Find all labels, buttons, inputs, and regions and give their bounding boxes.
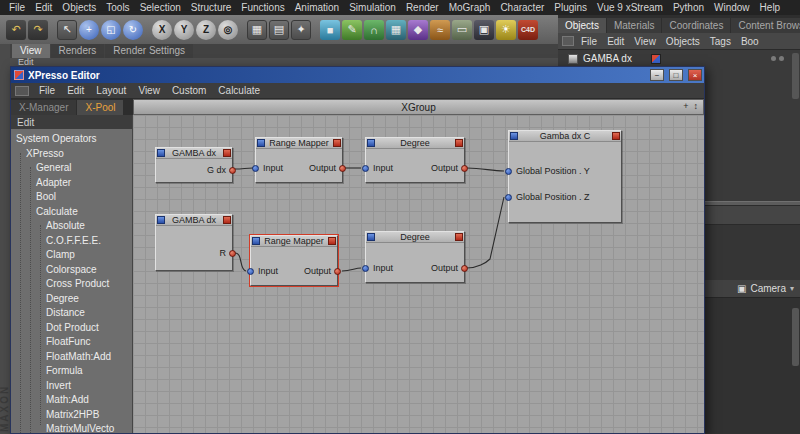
tree-item-calculate[interactable]: Calculate [11,205,132,220]
output-ports-button[interactable] [455,233,463,241]
cinema4d-logo-icon[interactable]: C4D [518,20,538,40]
om-menu-tags[interactable]: Tags [705,36,736,47]
tab-materials[interactable]: Materials [607,18,662,33]
input-ports-button[interactable] [367,139,375,147]
node-range-mapper-bottom[interactable]: Range Mapper Input Output [250,235,338,286]
scale-tool-icon[interactable]: ◱ [101,20,121,40]
node-range-mapper-top[interactable]: Range Mapper Input Output [255,137,343,183]
tree-item-distance[interactable]: Distance [11,306,132,321]
live-selection-icon[interactable]: ↖ [57,20,77,40]
tree-item-colorspace[interactable]: Colorspace [11,263,132,278]
render-visibility-dot[interactable] [779,56,784,61]
add-cube-icon[interactable]: ■ [320,20,340,40]
tree-item-adapter[interactable]: Adapter [11,176,132,191]
tree-item-matrixmulvecto[interactable]: MatrixMulVecto [11,422,132,433]
om-menu-edit[interactable]: Edit [602,36,629,47]
add-light-icon[interactable]: ☀ [496,20,516,40]
redo-icon[interactable]: ↷ [28,20,48,40]
timeline-scrollbar[interactable] [792,308,799,366]
menu-objects[interactable]: Objects [57,2,101,13]
tab-x-manager[interactable]: X-Manager [11,100,76,115]
menu-selection[interactable]: Selection [135,2,186,13]
node-degree-top[interactable]: Degree Input Output [365,137,465,183]
node-gamba-dx-top[interactable]: GAMBA dx G dx [155,147,233,183]
add-spline-icon[interactable]: ✎ [342,20,362,40]
tree-item-xpresso[interactable]: XPresso [11,147,132,162]
menu-vue[interactable]: Vue 9 xStream [592,2,668,13]
xp-menu-view[interactable]: View [132,85,166,96]
add-floor-icon[interactable]: ▭ [452,20,472,40]
tab-x-pool[interactable]: X-Pool [77,100,123,115]
tab-view[interactable]: View [12,44,50,58]
tree-item-system-operators[interactable]: System Operators [11,132,132,147]
menu-window[interactable]: Window [709,2,755,13]
menu-functions[interactable]: Functions [236,2,289,13]
output-ports-button[interactable] [223,149,231,157]
input-ports-button[interactable] [367,233,375,241]
om-menu-bookmarks[interactable]: Boo [736,36,764,47]
input-port-global-position-y[interactable] [505,168,512,175]
node-gamba-dx-c[interactable]: Gamba dx C Global Position . Y Global Po… [508,130,622,223]
tree-item-dot-product[interactable]: Dot Product [11,321,132,336]
tab-coordinates[interactable]: Coordinates [662,18,730,33]
tab-objects[interactable]: Objects [558,18,606,33]
object-row-gamba-dx[interactable]: GAMBA dx [558,50,800,67]
tab-content-browser[interactable]: Content Browser [731,18,800,33]
rotate-tool-icon[interactable]: ↻ [123,20,143,40]
object-list-scrollbar[interactable] [792,53,799,99]
fit-icon[interactable]: ↕ [694,101,699,111]
render-view-icon[interactable]: ▦ [247,20,267,40]
lock-z-axis-icon[interactable]: Z [196,20,216,40]
tree-item-floatfunc[interactable]: FloatFunc [11,335,132,350]
tree-item-floatmath-add[interactable]: FloatMath:Add [11,350,132,365]
close-button[interactable]: × [688,69,702,81]
move-tool-icon[interactable]: + [79,20,99,40]
om-menu-view[interactable]: View [629,36,661,47]
output-ports-button[interactable] [328,237,336,245]
input-port[interactable] [252,165,259,172]
xpresso-titlebar[interactable]: XPresso Editor − □ × [11,67,704,83]
output-port[interactable] [461,265,468,272]
input-port[interactable] [362,265,369,272]
camera-label[interactable]: Camera [750,283,786,294]
maximize-button[interactable]: □ [669,69,683,81]
menu-mograph[interactable]: MoGraph [444,2,496,13]
minimize-button[interactable]: − [650,69,664,81]
editor-visibility-dot[interactable] [771,56,776,61]
menu-file[interactable]: File [4,2,30,13]
tree-item-math-add[interactable]: Math:Add [11,393,132,408]
xp-menu-file[interactable]: File [33,85,61,96]
menu-render[interactable]: Render [401,2,444,13]
output-ports-button[interactable] [612,132,620,140]
xpresso-tag-icon[interactable] [651,54,661,64]
menu-python[interactable]: Python [668,2,709,13]
output-ports-button[interactable] [455,139,463,147]
viewport-menu-fragment[interactable]: Edit [10,58,558,66]
tree-item-general[interactable]: General [11,161,132,176]
lock-x-axis-icon[interactable]: X [152,20,172,40]
node-canvas[interactable]: GAMBA dx G dx Range Mapper Input [133,115,704,433]
tab-renders[interactable]: Renders [51,44,105,58]
tree-item-coffee[interactable]: C.O.F.F.E.E. [11,234,132,249]
input-ports-button[interactable] [157,216,165,224]
camera-dropdown-caret[interactable]: ▾ [790,284,794,293]
input-port[interactable] [247,268,254,275]
output-port[interactable] [461,165,468,172]
add-camera-icon[interactable]: ▣ [474,20,494,40]
pool-edit-header[interactable]: Edit [11,115,132,129]
input-ports-button[interactable] [252,237,260,245]
tree-item-cross-product[interactable]: Cross Product [11,277,132,292]
add-array-icon[interactable]: ▦ [386,20,406,40]
render-settings-icon[interactable]: ✦ [291,20,311,40]
tree-item-absolute[interactable]: Absolute [11,219,132,234]
output-port[interactable] [334,268,341,275]
tab-render-settings[interactable]: Render Settings [105,44,193,58]
output-ports-button[interactable] [223,216,231,224]
output-port[interactable] [229,250,236,257]
menu-simulation[interactable]: Simulation [344,2,401,13]
add-deformer-icon[interactable]: ≈ [430,20,450,40]
xp-menu-calculate[interactable]: Calculate [212,85,266,96]
menu-tools[interactable]: Tools [101,2,134,13]
output-port[interactable] [339,165,346,172]
tree-item-degree[interactable]: Degree [11,292,132,307]
